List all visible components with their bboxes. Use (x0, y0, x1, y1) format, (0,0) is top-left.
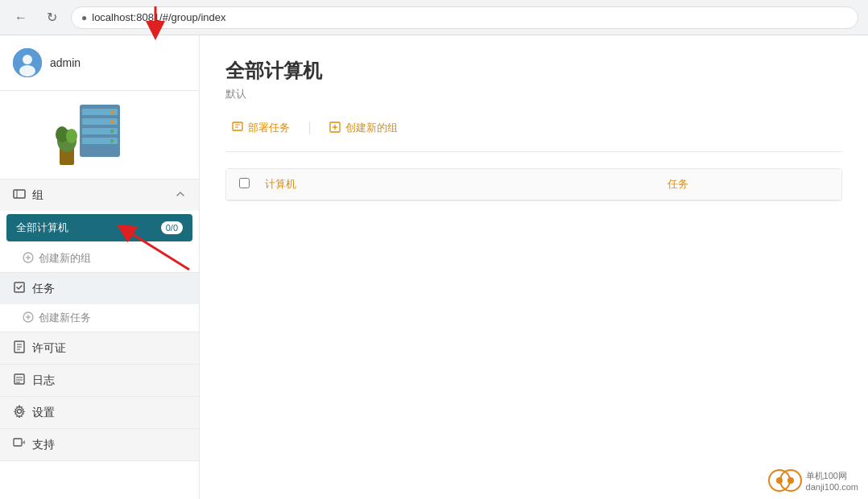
back-button[interactable]: ← (10, 6, 32, 29)
col-computer: 计算机 (265, 177, 668, 192)
sidebar-item-create-group[interactable]: 创建新的组 (0, 245, 199, 272)
lock-icon: ● (81, 12, 87, 23)
page-title: 全部计算机 (225, 58, 842, 84)
sidebar-item-create-task[interactable]: 创建新任务 (0, 304, 199, 332)
svg-point-15 (66, 129, 77, 143)
license-label: 许可证 (32, 341, 66, 356)
watermark-logo (767, 468, 803, 493)
group-section-title: 组 (13, 188, 43, 203)
all-computers-label: 全部计算机 (16, 221, 68, 235)
svg-point-2 (19, 65, 35, 76)
tasks-section-header[interactable]: 任务 (0, 273, 199, 304)
sidebar-item-all-computers[interactable]: 全部计算机 0/0 (6, 214, 192, 241)
select-all-checkbox[interactable] (239, 178, 250, 188)
create-group-label: 创建新的组 (345, 121, 398, 135)
watermark-site: 单机100网 (806, 470, 858, 482)
group-icon (13, 188, 26, 203)
svg-rect-34 (14, 439, 22, 446)
server-illustration-area (0, 91, 199, 179)
app-layout: admin (0, 35, 868, 499)
watermark: 单机100网 danji100.com (767, 468, 858, 493)
svg-point-46 (787, 477, 794, 484)
svg-rect-35 (233, 122, 242, 130)
svg-point-33 (18, 410, 22, 414)
group-section-header[interactable]: 组 (0, 179, 199, 211)
sidebar-item-settings[interactable]: 设置 (0, 397, 199, 429)
plus-circle-icon-2 (23, 311, 34, 325)
group-collapse-icon (175, 188, 186, 203)
url-text: localhost:8081/#/group/index (92, 11, 225, 23)
deploy-task-label: 部署任务 (248, 121, 290, 135)
username: admin (50, 56, 81, 69)
support-label: 支持 (32, 438, 55, 452)
deploy-icon (232, 122, 243, 135)
deploy-task-button[interactable]: 部署任务 (225, 118, 296, 138)
watermark-url: danji100.com (806, 482, 858, 492)
task-icon (13, 281, 26, 296)
svg-point-1 (23, 55, 32, 64)
header-checkbox-cell (239, 177, 265, 192)
table-header: 计算机 任务 (226, 169, 841, 200)
svg-rect-16 (14, 190, 25, 198)
sidebar-item-license[interactable]: 许可证 (0, 332, 199, 365)
svg-point-8 (110, 110, 114, 113)
create-group-button[interactable]: 创建新的组 (323, 118, 404, 138)
sidebar-item-support[interactable]: 支持 (0, 429, 199, 461)
support-icon (13, 437, 26, 452)
col-task: 任务 (668, 177, 829, 192)
svg-point-9 (110, 120, 114, 123)
plus-circle-icon (23, 252, 34, 266)
license-icon (13, 340, 26, 356)
create-task-label: 创建新任务 (39, 311, 91, 325)
svg-point-10 (110, 130, 114, 133)
address-bar: ● localhost:8081/#/group/index (71, 6, 858, 29)
sidebar-nav: 组 全部计算机 0/0 创建新的组 (0, 179, 199, 499)
group-section: 组 全部计算机 0/0 创建新的组 (0, 179, 199, 273)
page-subtitle: 默认 (225, 87, 842, 101)
create-group-label: 创建新的组 (39, 251, 91, 266)
log-icon (13, 373, 26, 388)
sidebar: admin (0, 35, 200, 499)
reload-button[interactable]: ↻ (40, 6, 63, 29)
group-label: 组 (32, 188, 43, 203)
settings-label: 设置 (32, 406, 55, 420)
computers-badge: 0/0 (161, 221, 183, 234)
svg-point-45 (776, 477, 783, 484)
create-group-icon (329, 122, 341, 135)
computers-table: 计算机 任务 (225, 168, 842, 201)
tasks-section: 任务 创建新任务 (0, 273, 199, 332)
user-section: admin (0, 35, 199, 91)
logs-label: 日志 (32, 373, 55, 388)
avatar (13, 48, 42, 77)
server-svg (56, 101, 144, 169)
toolbar-divider (309, 122, 310, 134)
settings-icon (13, 405, 26, 420)
tasks-label: 任务 (32, 282, 55, 296)
sidebar-item-logs[interactable]: 日志 (0, 365, 199, 397)
svg-point-11 (110, 139, 114, 142)
browser-chrome: ← ↻ ● localhost:8081/#/group/index (0, 0, 868, 35)
main-content: 全部计算机 默认 部署任务 创建新的组 计 (200, 35, 868, 499)
toolbar: 部署任务 创建新的组 (225, 118, 842, 152)
